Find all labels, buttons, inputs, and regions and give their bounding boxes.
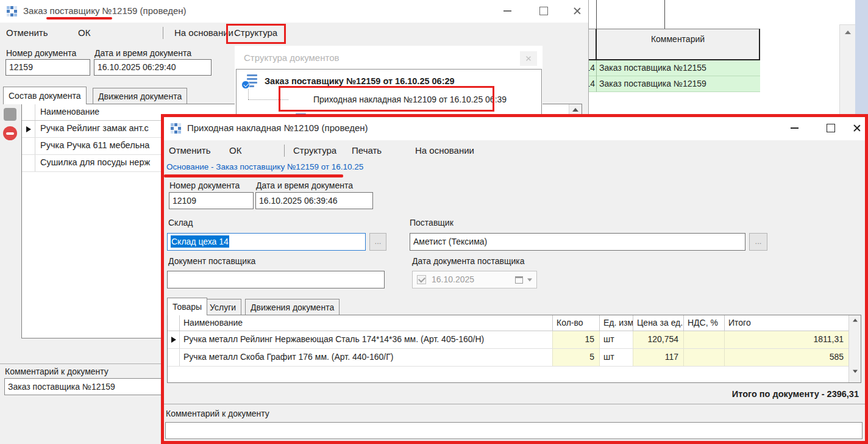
tree-connector [248,89,249,99]
supplier-field[interactable]: Аметист (Тексима) [410,233,745,251]
goods-unit: шт [600,331,633,348]
supplier-doc-field[interactable] [167,271,385,288]
supplier-date-control[interactable]: 16.10.2025 [412,271,537,288]
minimize-button[interactable] [491,0,523,22]
invoice-comment-label: Комментарий к документу [166,409,269,418]
warehouse-label: Склад [168,218,193,227]
scroll-down-icon[interactable] [853,370,858,373]
supplier-doc-label: Документ поставщика [168,256,255,266]
close-button[interactable] [848,117,866,139]
list-header-comment[interactable]: Комментарий [597,29,760,60]
panel-divider [164,404,865,404]
annotation-underline-order-number [46,17,112,20]
toolbar-separator [163,27,163,39]
current-row-arrow-icon [26,126,31,132]
row-selector-header [168,315,180,331]
scroll-up-icon[interactable] [572,108,578,112]
goods-row[interactable]: Ручка металл Скоба Графит 176 мм. (Арт. … [168,349,861,367]
invoice-number-label: Номер документа [169,181,240,190]
minus-icon [6,132,14,135]
goods-vat [684,331,725,348]
ok-menu-item[interactable]: ОК [229,140,241,161]
ok-menu-item[interactable]: ОК [78,23,90,43]
warehouse-field[interactable]: Склад цеха 14 [167,233,366,251]
based-on-menu-item[interactable]: На основании [174,23,233,43]
list-row[interactable]: 14 Заказ поставщика №12155 [584,60,760,76]
list-row[interactable]: 14 Заказ поставщика №12159 [584,76,760,92]
grid-add-button[interactable] [4,108,16,121]
cancel-menu-item[interactable]: Отменить [169,140,211,161]
invoice-datetime-field[interactable]: 16.10.2025 06:39:46 [255,192,373,209]
list-cell-comment: Заказ поставщика №12155 [597,60,760,76]
tab-services[interactable]: Услуги [204,299,241,315]
dropdown-arrow-icon[interactable] [527,279,532,282]
supplier-picker-button[interactable]: ... [749,233,767,251]
invoice-datetime-label: Дата и время документа [256,181,353,190]
order-titlebar[interactable]: Заказ поставщику №12159 (проведен) [0,0,588,23]
total-header[interactable]: Итого [725,315,848,331]
date-checkbox[interactable] [417,275,426,284]
structure-popup-title: Структура документов [244,52,339,63]
goods-vat [684,349,725,366]
invoice-titlebar[interactable]: Приходная накладная №12109 (проведен) [164,117,865,140]
warehouse-picker-button[interactable]: ... [369,233,386,251]
tab-order-movements[interactable]: Движения документа [93,88,187,104]
grid-remove-button[interactable] [3,126,17,140]
invoice-window-title: Приходная накладная №12109 (проведен) [187,123,368,133]
column-divider [664,0,665,29]
tab-goods[interactable]: Товары [167,298,207,315]
order-toolbar: Отменить ОК На основании Структура [0,23,588,43]
current-row-arrow-icon [171,337,176,343]
structure-root-item[interactable]: Заказ поставщику №12159 от 16.10.25 06:2… [265,76,455,86]
scroll-up-icon[interactable] [845,30,851,34]
tab-order-content[interactable]: Состав документа [3,87,87,104]
document-icon [241,73,258,90]
tab-movements[interactable]: Движения документа [245,299,340,315]
structure-menu-item[interactable]: Структура [293,140,336,161]
order-datetime-field[interactable]: 16.10.2025 06:29:40 [94,59,212,76]
invoice-toolbar: Отменить ОК Структура Печать На основани… [164,140,865,161]
maximize-button[interactable] [815,117,847,139]
cancel-menu-item[interactable]: Отменить [6,23,48,43]
invoice-comment-field[interactable] [165,422,863,439]
document-total: Итого по документу - 2396,31 [732,389,859,399]
print-menu-item[interactable]: Печать [352,140,382,161]
price-header[interactable]: Цена за ед. [633,315,684,331]
current-row-marker [22,121,35,137]
base-document-link[interactable]: Основание - Заказ поставщику №12159 от 1… [166,162,363,171]
structure-child-item[interactable]: Приходная накладная №12109 от 16.10.25 0… [313,95,507,104]
invoice-window: Приходная накладная №12109 (проведен) От… [161,114,868,444]
goods-qty: 15 [553,331,600,348]
order-number-field[interactable]: 12159 [5,59,90,76]
based-on-menu-item[interactable]: На основании [415,140,474,161]
goods-row[interactable]: Ручка металл Рейлинг Нержавеющая Сталь 1… [168,331,861,349]
date-value: 16.10.2025 [432,274,474,284]
column-divider [596,0,597,29]
scroll-up-icon[interactable] [853,319,858,322]
invoice-number-field[interactable]: 12109 [169,192,254,209]
goods-total: 1811,31 [725,331,848,348]
app-icon [171,123,181,134]
close-button[interactable] [566,0,589,22]
calendar-icon[interactable] [515,276,523,285]
name-header[interactable]: Наименование [180,315,553,331]
selected-text: Склад цеха 14 [171,235,229,248]
structure-menu-item[interactable]: Структура [234,23,277,43]
order-number-label: Номер документа [6,48,76,58]
popup-close-button[interactable] [520,51,537,66]
qty-header[interactable]: Кол-во [553,315,600,331]
order-comment-label: Комментарий к документу [5,367,108,376]
goods-price: 120,754 [633,331,684,348]
vat-header[interactable]: НДС, % [684,315,725,331]
order-window-title: Заказ поставщику №12159 (проведен) [23,5,187,16]
unit-header[interactable]: Ед. изм [600,315,633,331]
check-icon [418,275,425,282]
app-icon [7,6,17,16]
goods-table-scrollbar[interactable] [848,315,861,382]
maximize-button[interactable] [528,0,560,22]
desktop: { "annotation_color": "#e8201e", "list_w… [0,0,868,444]
minimize-button[interactable] [778,117,810,139]
goods-name: Ручка металл Рейлинг Нержавеющая Сталь 1… [180,331,553,348]
goods-unit: шт [600,349,633,366]
supplier-label: Поставщик [410,218,454,227]
